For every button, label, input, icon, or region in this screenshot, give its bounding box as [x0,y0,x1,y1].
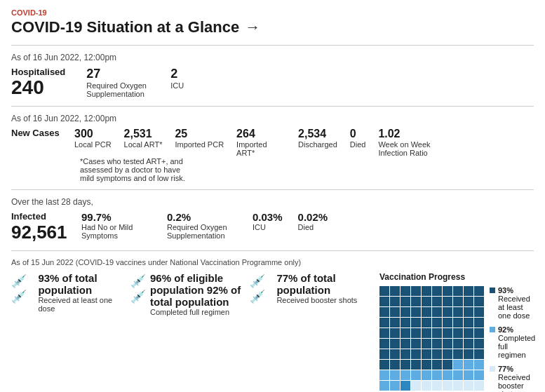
vax-cell [390,307,400,317]
legend-pct: 92% [498,325,513,334]
over-28-label: Over the last 28 days, [11,197,534,207]
case-stat-val: 0 [350,128,366,140]
inf-stat-col: 0.02%Died [298,211,328,231]
case-stat-lbl: Imported ART* [236,140,285,157]
case-stat-lbl: Discharged [298,140,337,149]
vax-lbl: Received at least one dose [38,296,123,313]
legend-dot [490,288,495,293]
case-stat-col: 264Imported ART* [236,128,285,157]
vax-cell [411,360,421,370]
case-stat-col: 25Imported PCR [175,128,224,149]
vax-chart-title: Vaccination Progress [379,272,534,282]
vax-cell [432,307,442,317]
vax-cell [443,328,452,338]
vax-cell [401,307,410,317]
vax-cell [379,349,389,359]
vax-cell [474,297,484,306]
case-stat-lbl: Imported PCR [175,140,224,149]
vax-pct: 77% of total population [276,272,362,296]
vax-cell [474,318,484,327]
vax-cell [422,370,431,380]
syringe-icon: 💉💉 [130,273,146,304]
vax-cell [390,339,400,349]
vax-cell [422,360,431,370]
vax-cell [379,318,389,327]
vax-cell [401,328,410,338]
inf-stat-col: 99.7%Had No or Mild Symptoms [81,211,152,240]
vax-cell [411,381,421,391]
case-stat-lbl: Local PCR [74,140,112,149]
vax-cell [443,370,452,380]
vax-cell [379,381,389,391]
vax-item-1: 💉💉 96% of eligible population 92% of tot… [130,272,243,316]
vax-desc: 96% of eligible population 92% of total … [150,272,243,316]
section1-as-of: As of 16 Jun 2022, 12:00pm [11,53,534,62]
vax-cell [390,381,400,391]
infected-section: Over the last 28 days, Infected 92,561 9… [11,189,534,250]
vax-cell [474,307,484,317]
case-stat-val: 300 [74,128,112,140]
vaccination-section: As of 15 Jun 2022 (COVID-19 vaccines und… [11,250,534,392]
vax-cell [390,318,400,327]
vax-cell [443,360,452,370]
vax-cell [432,297,442,306]
vax-cell [453,349,463,359]
vax-cell [390,286,400,296]
case-stat-col: 2,531Local ART* [124,128,163,149]
vax-cell [432,328,442,338]
vax-cell [422,339,431,349]
vax-cell [422,286,431,296]
vax-lbl: Received booster shots [276,296,362,304]
vax-cell [390,360,400,370]
syringe-icon: 💉💉 [11,273,34,304]
legend-dot [490,366,495,372]
vax-cell [401,370,410,380]
vax-cell [432,318,442,327]
vax-cell [474,381,484,391]
cases-row: New Cases 300Local PCR2,531Local ART*25I… [11,128,534,182]
vax-cell [432,339,442,349]
vax-cell [422,318,431,327]
vax-item-0: 💉💉 93% of total population Received at l… [11,272,123,313]
vax-cell [453,370,463,380]
vax-chart-inner: 93% Received at least one dose 92% Compl… [379,286,534,392]
vax-cell [432,360,442,370]
cases-stats-grid: 300Local PCR2,531Local ART*25Imported PC… [74,128,534,182]
ratio-label: Week on Week Infection Ratio [378,140,434,157]
hosp-label: Hospitalised [11,67,65,77]
vax-item-2: 💉💉 77% of total population Received boos… [250,272,362,304]
case-stat-val: 264 [236,128,285,140]
vax-cell [453,307,463,317]
vax-cell [379,339,389,349]
vax-cell [464,297,473,306]
page-title: COVID-19 Situation at a Glance → [11,18,534,36]
vax-cell [474,339,484,349]
vax-cell [453,381,463,391]
hosp-sub1-val: 27 [86,67,149,81]
vax-cell [464,339,473,349]
inf-stat-val: 0.2% [167,211,237,223]
hosp-sub1: 27 Required Oxygen Supplementation [86,67,149,98]
hosp-row: Hospitalised 240 27 Required Oxygen Supp… [11,67,534,99]
syringe-icon: 💉💉 [250,273,272,304]
hosp-value: 240 [11,77,65,99]
legend-item: 92% Completed full regimen [490,325,535,359]
case-stat-val: 2,531 [124,128,163,140]
hosp-sub2: 2 ICU [170,67,184,90]
vax-cell [453,339,463,349]
vax-cell [422,297,431,306]
case-stat-col: 300Local PCR [74,128,112,149]
vax-pct: 96% of eligible population 92% of total … [150,272,243,308]
vax-cell [432,370,442,380]
vax-cell [390,349,400,359]
vax-cell [453,318,463,327]
inf-stat-col: 0.2%Required Oxygen Supplementation [167,211,237,240]
vax-cell [401,286,410,296]
ratio-value: 1.02 [378,128,434,140]
vax-cell [464,286,473,296]
legend-item: 93% Received at least one dose [490,286,535,320]
vax-cell [453,297,463,306]
case-stat-lbl: Died [350,140,366,149]
hosp-main-block: Hospitalised 240 [11,67,65,99]
vax-cell [432,349,442,359]
